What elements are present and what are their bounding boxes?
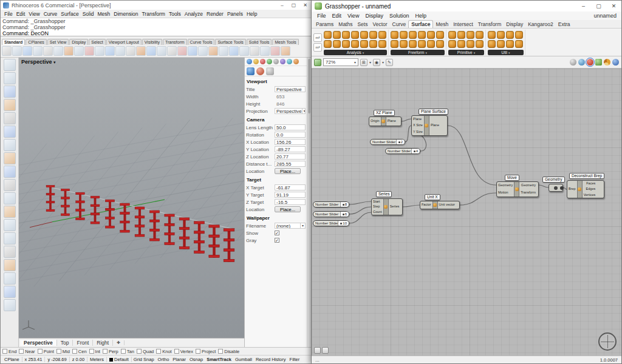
maximize-icon[interactable]: ▢ bbox=[591, 1, 606, 12]
surface-freeform-component-icon[interactable] bbox=[418, 31, 426, 39]
panel-tab-icon[interactable] bbox=[247, 59, 252, 64]
rhino-menu-item[interactable]: Transform bbox=[140, 11, 166, 17]
toolbar-icon[interactable] bbox=[157, 46, 166, 56]
properties-tab-icon[interactable] bbox=[266, 67, 274, 75]
port-output[interactable]: Series bbox=[390, 205, 400, 209]
panel-tab-icon[interactable] bbox=[287, 59, 292, 64]
toolbar-tab[interactable]: Mesh Tools bbox=[272, 39, 298, 45]
surface-util-component-icon[interactable] bbox=[488, 40, 496, 48]
category-tab[interactable]: Surface bbox=[408, 20, 433, 29]
status-toggle[interactable]: Record History bbox=[254, 357, 288, 362]
panel-tab-icon[interactable] bbox=[273, 59, 279, 64]
port-output[interactable]: Edges bbox=[584, 187, 596, 191]
camera-y-field[interactable]: -89.27 bbox=[275, 146, 306, 152]
toolbar-icon[interactable] bbox=[2, 46, 12, 56]
toolbar-tab[interactable]: Transform bbox=[163, 39, 187, 45]
toolbar-icon[interactable] bbox=[53, 46, 63, 56]
side-toolbar-icon[interactable] bbox=[4, 72, 16, 84]
side-toolbar-icon[interactable] bbox=[4, 112, 16, 124]
number-slider-count[interactable]: Number Slider 10 bbox=[313, 220, 349, 226]
osnap-checkbox[interactable]: Tan bbox=[121, 349, 134, 354]
slider-grip[interactable]: 6 bbox=[341, 212, 349, 217]
viewport-tab[interactable]: Right bbox=[93, 340, 113, 346]
port-output[interactable]: Vertices bbox=[584, 194, 596, 197]
panel-tab-icon[interactable] bbox=[280, 59, 285, 64]
ribbon-group-label[interactable]: Primitive▾ bbox=[448, 50, 484, 55]
surface-freeform-component-icon[interactable] bbox=[400, 31, 408, 39]
surface-primitive-component-icon[interactable] bbox=[457, 31, 465, 39]
number-slider-x[interactable]: Number Slider 2 bbox=[370, 139, 405, 145]
rhino-menu-item[interactable]: Panels bbox=[225, 11, 245, 17]
close-icon[interactable]: ✕ bbox=[606, 1, 621, 12]
toolbar-icon[interactable] bbox=[33, 46, 43, 56]
surface-util-component-icon[interactable] bbox=[515, 40, 523, 48]
rhino-menu-item[interactable]: Dimension bbox=[112, 11, 140, 17]
ribbon-group-label[interactable]: Freeform▾ bbox=[391, 50, 445, 55]
note-tool-icon[interactable] bbox=[322, 347, 329, 354]
osnap-checkbox[interactable]: Cen bbox=[72, 349, 87, 354]
preview-mode-icon[interactable] bbox=[612, 59, 619, 66]
properties-tab-icon[interactable] bbox=[256, 67, 264, 75]
preview-eye-icon[interactable]: ◉ bbox=[373, 59, 380, 66]
side-toolbar-icon[interactable] bbox=[4, 166, 16, 178]
slider-grip[interactable]: 10 bbox=[338, 221, 349, 226]
surface-freeform-component-icon[interactable] bbox=[418, 40, 426, 48]
node-unit-x[interactable]: Factor Unit vector bbox=[420, 201, 460, 209]
surface-freeform-component-icon[interactable] bbox=[400, 40, 408, 48]
surface-analysis-component-icon[interactable] bbox=[378, 40, 386, 48]
toolbar-icon[interactable] bbox=[167, 46, 177, 56]
category-tab[interactable]: Curve bbox=[390, 21, 409, 28]
toolbar-icon[interactable] bbox=[126, 46, 135, 56]
scrollbar-thumb[interactable] bbox=[308, 59, 310, 113]
grasshopper-canvas[interactable]: XZ Plane Origin Plane Plane Surface Plan… bbox=[312, 69, 621, 356]
toolbar-icon[interactable] bbox=[177, 46, 187, 56]
slider-grip[interactable]: 8 bbox=[341, 202, 349, 207]
rhino-menu-item[interactable]: Tools bbox=[167, 11, 183, 17]
surface-util-component-icon[interactable] bbox=[497, 40, 505, 48]
close-icon[interactable]: ✕ bbox=[299, 1, 311, 10]
target-x-field[interactable]: -61.87 bbox=[275, 184, 306, 190]
toolbar-tab[interactable]: Curve Tools bbox=[188, 39, 215, 45]
paint-tool-icon[interactable]: ✎ bbox=[386, 59, 393, 66]
toolbar-tab[interactable]: Select bbox=[89, 39, 105, 45]
category-tab[interactable]: Vector bbox=[370, 21, 389, 28]
side-toolbar-icon[interactable] bbox=[4, 259, 16, 271]
rhino-menu-item[interactable]: File bbox=[2, 11, 15, 17]
surface-analysis-component-icon[interactable] bbox=[351, 40, 359, 48]
side-toolbar-icon[interactable] bbox=[4, 179, 16, 191]
osnap-checkbox[interactable]: Int bbox=[89, 349, 100, 354]
side-toolbar-icon[interactable] bbox=[4, 206, 16, 218]
node-tag-series[interactable]: Series bbox=[376, 191, 392, 197]
port-input[interactable]: Factor bbox=[422, 203, 431, 207]
port-output[interactable]: Faces bbox=[584, 182, 596, 186]
rhino-menu-item[interactable]: Render bbox=[205, 11, 225, 17]
toolbar-icon[interactable] bbox=[95, 46, 104, 56]
toolbar-tab[interactable]: Visibility bbox=[142, 39, 162, 45]
surface-primitive-component-icon[interactable] bbox=[448, 31, 456, 39]
command-history[interactable]: Command: _Grasshopper Command: _Grasshop… bbox=[1, 18, 311, 36]
panel-tab-icon[interactable] bbox=[267, 59, 272, 64]
slider-grip[interactable]: 4 bbox=[412, 149, 420, 153]
osnap-checkbox[interactable]: Point bbox=[38, 349, 54, 354]
side-toolbar-icon[interactable] bbox=[4, 299, 16, 311]
status-toggle[interactable]: SmartTrack bbox=[205, 357, 233, 362]
projection-select[interactable]: Perspective▾ bbox=[275, 108, 306, 114]
surface-analysis-component-icon[interactable] bbox=[378, 31, 386, 39]
cplane-button[interactable]: CPlane bbox=[2, 357, 22, 362]
node-series[interactable]: Start Step Count Series bbox=[371, 198, 403, 215]
category-tab[interactable]: Sets bbox=[355, 21, 370, 28]
rhino-menu-item[interactable]: Solid bbox=[81, 11, 96, 17]
toolbar-icon[interactable] bbox=[281, 46, 290, 56]
surface-analysis-component-icon[interactable] bbox=[360, 31, 368, 39]
side-toolbar-icon[interactable] bbox=[4, 286, 16, 298]
surface-primitive-component-icon[interactable] bbox=[476, 31, 484, 39]
port-input[interactable]: Motion bbox=[498, 191, 513, 195]
surface-analysis-component-icon[interactable] bbox=[333, 40, 341, 48]
status-toggle[interactable]: Planar bbox=[171, 357, 188, 362]
side-toolbar-icon[interactable] bbox=[4, 99, 16, 111]
node-plane-surface[interactable]: Plane X Size Y Size Plane bbox=[411, 115, 448, 136]
side-toolbar-icon[interactable] bbox=[4, 192, 16, 204]
minimize-icon[interactable]: – bbox=[576, 1, 591, 12]
surface-analysis-component-icon[interactable] bbox=[324, 40, 332, 48]
area-moment-icon[interactable]: m² bbox=[313, 33, 322, 42]
